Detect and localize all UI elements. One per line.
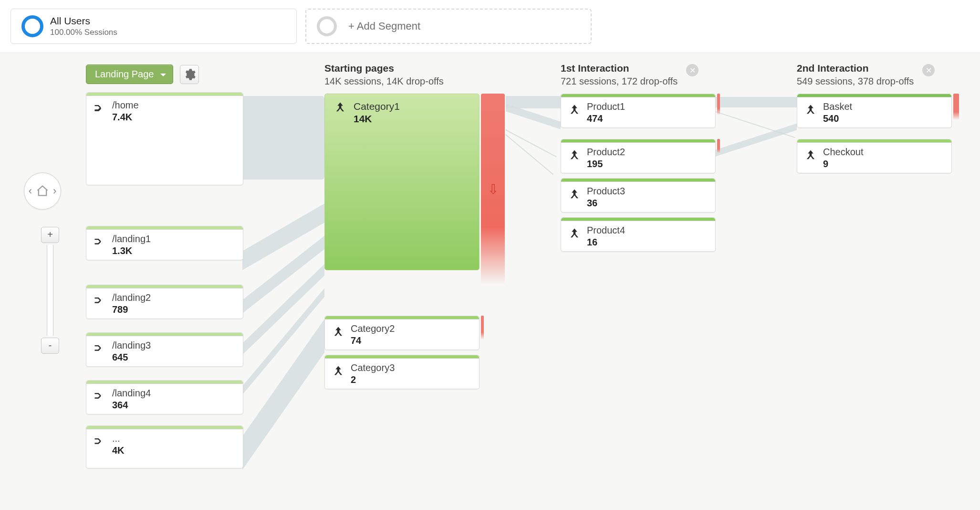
node-label: /landing2 bbox=[112, 292, 151, 303]
node-through-bar bbox=[86, 381, 243, 384]
node-label: ... bbox=[112, 433, 125, 444]
node-value: 4K bbox=[112, 445, 125, 456]
node-through-bar bbox=[561, 218, 715, 221]
node-label: Product1 bbox=[587, 101, 625, 112]
node-label: Product2 bbox=[587, 147, 625, 158]
node-label: /landing1 bbox=[112, 234, 151, 244]
dimension-dropdown[interactable]: Landing Page bbox=[86, 64, 173, 84]
dropoff-product2[interactable] bbox=[717, 139, 720, 153]
column-title: 2nd Interaction bbox=[797, 63, 914, 74]
node-product4[interactable]: Product4 16 bbox=[561, 217, 716, 252]
node-label: Category3 bbox=[351, 362, 395, 373]
node-category1[interactable]: Category1 14K bbox=[324, 94, 480, 270]
column-title: 1st Interaction bbox=[561, 63, 678, 74]
remove-column-button[interactable]: ✕ bbox=[922, 64, 935, 76]
chevron-right-icon[interactable]: › bbox=[53, 185, 56, 197]
split-arrow-icon bbox=[93, 342, 106, 355]
remove-column-button[interactable]: ✕ bbox=[686, 64, 699, 76]
split-arrow-icon bbox=[93, 435, 106, 448]
node-through-bar bbox=[325, 316, 479, 319]
pan-control[interactable]: ‹ › bbox=[24, 172, 61, 210]
node-category2[interactable]: Category2 74 bbox=[324, 316, 480, 350]
settings-button[interactable] bbox=[180, 65, 199, 84]
node-home[interactable]: /home 7.4K bbox=[86, 92, 243, 185]
node-label: Product3 bbox=[587, 186, 625, 197]
split-arrow-icon bbox=[93, 235, 106, 249]
zoom-nav-rail: ‹ › + - bbox=[19, 172, 67, 354]
segment-ring-icon bbox=[21, 15, 43, 37]
merge-arrow-icon bbox=[332, 364, 345, 378]
zoom-out-button[interactable]: - bbox=[41, 338, 59, 354]
node-value: 74 bbox=[351, 335, 395, 346]
node-through-bar bbox=[797, 139, 951, 143]
node-landing1[interactable]: /landing1 1.3K bbox=[86, 226, 243, 260]
column-subtitle: 14K sessions, 14K drop-offs bbox=[324, 76, 444, 87]
add-segment-label: + Add Segment bbox=[348, 20, 420, 32]
node-product2[interactable]: Product2 195 bbox=[561, 139, 716, 173]
node-value: 9 bbox=[823, 159, 864, 170]
merge-arrow-icon bbox=[334, 101, 347, 114]
arrow-down-icon: ⇩ bbox=[488, 181, 499, 197]
flow-ribbon bbox=[716, 123, 797, 156]
node-value: 1.3K bbox=[112, 245, 151, 256]
node-label: Product4 bbox=[587, 225, 625, 236]
node-landing2[interactable]: /landing2 789 bbox=[86, 285, 243, 319]
node-product3[interactable]: Product3 36 bbox=[561, 178, 716, 212]
node-label: Category1 bbox=[354, 101, 400, 112]
flow-ribbon bbox=[505, 134, 553, 175]
node-value: 540 bbox=[823, 113, 852, 124]
node-value: 14K bbox=[354, 113, 400, 125]
node-category3[interactable]: Category3 2 bbox=[324, 355, 480, 389]
column-subtitle: 549 sessions, 378 drop-offs bbox=[797, 76, 914, 87]
node-landing4[interactable]: /landing4 364 bbox=[86, 380, 243, 414]
merge-arrow-icon bbox=[568, 103, 581, 117]
flow-ribbon bbox=[242, 96, 324, 180]
split-arrow-icon bbox=[93, 390, 106, 403]
node-landing3[interactable]: /landing3 645 bbox=[86, 332, 243, 367]
dimension-label: Landing Page bbox=[95, 69, 154, 79]
node-label: Checkout bbox=[823, 147, 864, 158]
dropoff-category2[interactable] bbox=[481, 316, 484, 340]
chevron-left-icon[interactable]: ‹ bbox=[29, 185, 32, 197]
node-landing-other[interactable]: ... 4K bbox=[86, 425, 243, 468]
zoom-slider[interactable] bbox=[47, 245, 53, 336]
node-through-bar bbox=[86, 226, 243, 230]
close-icon: ✕ bbox=[926, 66, 932, 75]
flow-canvas[interactable]: ‹ › + - Landing Page Starting pages 14K … bbox=[0, 53, 980, 510]
split-arrow-icon bbox=[93, 294, 106, 308]
column-title: Starting pages bbox=[324, 63, 444, 74]
node-basket[interactable]: Basket 540 bbox=[797, 94, 952, 128]
node-through-bar bbox=[561, 94, 715, 97]
node-value: 645 bbox=[112, 352, 151, 363]
flow-ribbon bbox=[506, 129, 557, 157]
segment-name: All Users bbox=[50, 15, 117, 27]
dropoff-basket[interactable] bbox=[953, 94, 959, 120]
dropoff-product1[interactable] bbox=[717, 94, 720, 115]
zoom-in-button[interactable]: + bbox=[41, 227, 59, 243]
node-through-bar bbox=[325, 355, 479, 359]
node-product1[interactable]: Product1 474 bbox=[561, 94, 716, 128]
node-through-bar bbox=[561, 139, 715, 143]
node-through-bar bbox=[86, 426, 243, 429]
flow-ribbon bbox=[716, 97, 797, 107]
node-label: /landing3 bbox=[112, 340, 151, 351]
node-label: /home bbox=[112, 100, 139, 111]
node-value: 789 bbox=[112, 304, 151, 315]
node-checkout[interactable]: Checkout 9 bbox=[797, 139, 952, 173]
segment-ring-icon bbox=[317, 16, 337, 36]
node-through-bar bbox=[561, 179, 715, 182]
flow-ribbon bbox=[716, 111, 795, 138]
node-value: 2 bbox=[351, 374, 395, 385]
flow-ribbon bbox=[242, 203, 324, 270]
column-subtitle: 721 sessions, 172 drop-offs bbox=[561, 76, 678, 87]
segment-subtitle: 100.00% Sessions bbox=[50, 28, 117, 37]
add-segment-button[interactable]: + Add Segment bbox=[305, 9, 592, 44]
merge-arrow-icon bbox=[568, 227, 581, 240]
merge-arrow-icon bbox=[568, 149, 581, 162]
home-icon[interactable] bbox=[36, 184, 49, 198]
node-through-bar bbox=[797, 94, 951, 97]
gear-icon bbox=[183, 68, 196, 81]
segment-all-users[interactable]: All Users 100.00% Sessions bbox=[10, 9, 297, 44]
split-arrow-icon bbox=[93, 102, 106, 115]
dropoff-category1[interactable]: ⇩ bbox=[481, 94, 505, 285]
